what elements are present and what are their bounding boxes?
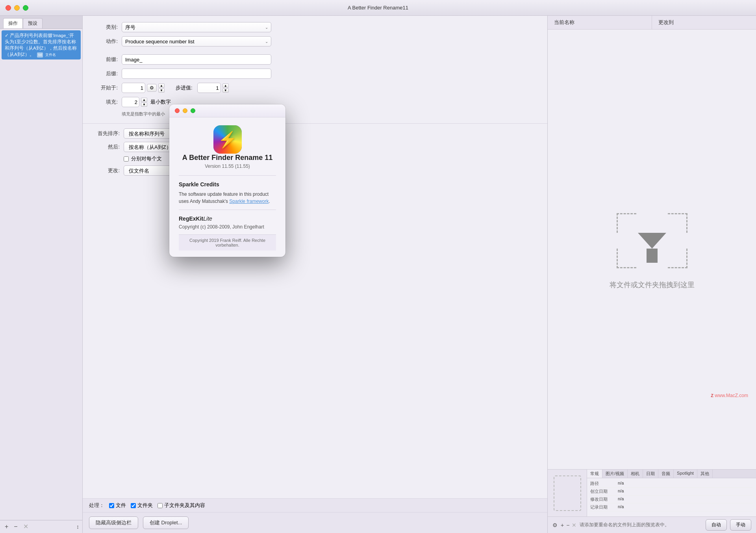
copyright-1: Copyright (c) 2008-2009, John Engelhart <box>179 224 264 230</box>
regexkit-lite: Lite <box>203 215 212 222</box>
sparkle-link[interactable]: Sparkle framework <box>229 199 269 204</box>
sparkle-text-after: . <box>269 199 270 204</box>
app-icon: ⚡ <box>213 125 242 154</box>
about-content: ⚡ A Better Finder Rename 11 Version 11.5… <box>169 117 285 257</box>
about-separator-1 <box>179 175 276 176</box>
icon-background: ⚡ <box>213 125 242 154</box>
sparkle-title: Sparkle Credits <box>179 181 219 188</box>
about-titlebar <box>169 104 285 117</box>
about-version: Version 11.55 (11.55) <box>205 163 250 169</box>
about-app-name: A Better Finder Rename 11 <box>182 154 272 162</box>
about-dialog-overlay: ⚡ A Better Finder Rename 11 Version 11.5… <box>0 0 756 533</box>
regexkit-title: RegExKitLite <box>179 215 212 222</box>
sparkle-body: The software update feature in this prod… <box>179 191 276 205</box>
about-close-button[interactable] <box>175 108 180 113</box>
about-minimize-button[interactable] <box>183 108 187 113</box>
about-dialog: ⚡ A Better Finder Rename 11 Version 11.5… <box>169 104 285 257</box>
about-maximize-button[interactable] <box>191 108 195 113</box>
about-footer: Copyright 2019 Frank Reiff. Alle Rechte … <box>179 234 276 251</box>
lightning-icon: ⚡ <box>218 130 237 149</box>
copyright-2: Copyright 2019 Frank Reiff. Alle Rechte … <box>189 238 265 247</box>
about-separator-2 <box>179 210 276 210</box>
regexkit-name: RegExKit <box>179 215 203 222</box>
